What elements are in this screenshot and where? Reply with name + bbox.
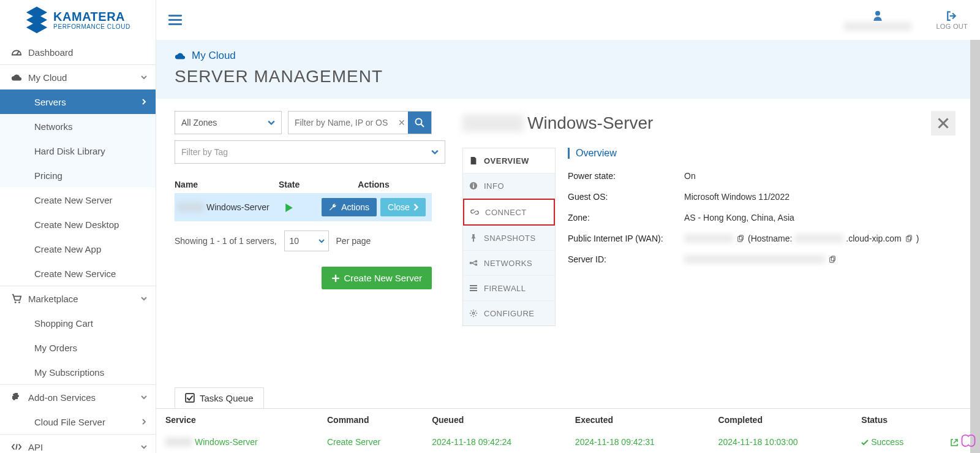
col-name: Name	[175, 180, 279, 189]
cloud-icon	[175, 50, 186, 61]
puzzle-icon	[11, 392, 22, 403]
chevron-down-icon	[141, 295, 147, 302]
service-prefix-masked	[165, 438, 192, 446]
name-filter-input[interactable]	[288, 112, 408, 134]
name-filter: ✕	[288, 111, 432, 134]
detail-tabs: OVERVIEW INFO CONNECT SNAPSHOTS	[462, 148, 556, 326]
tasks-table: Service Command Queued Executed Complete…	[156, 409, 980, 453]
firewall-icon	[469, 284, 478, 292]
ip-masked	[684, 234, 733, 243]
chevron-right-icon	[141, 99, 147, 105]
kv-guest-os-val: Microsoft Windows 11/2022	[684, 192, 790, 202]
tasks-icon	[185, 393, 195, 403]
kv-wan-key: Public Internet IP (WAN):	[568, 234, 684, 243]
nav-cloud-file-server[interactable]: Cloud File Server	[0, 409, 156, 434]
server-actions-button[interactable]: Actions	[322, 198, 377, 216]
server-prefix-masked	[462, 115, 524, 132]
kamatera-logo-icon	[25, 6, 48, 34]
task-status: Success	[852, 431, 940, 453]
clear-filter-icon[interactable]: ✕	[398, 118, 405, 128]
nav-my-cloud[interactable]: My Cloud	[0, 65, 156, 89]
tab-configure[interactable]: CONFIGURE	[463, 301, 555, 325]
per-page-label: Per page	[336, 236, 371, 246]
detail-server-name: Windows-Server	[527, 113, 653, 133]
tasks-area: Tasks Queue Service Command Queued Execu…	[156, 387, 980, 453]
cart-icon	[11, 293, 22, 304]
tab-info[interactable]: INFO	[463, 173, 555, 199]
zone-filter-dropdown[interactable]: All Zones	[175, 111, 282, 134]
breadcrumb[interactable]: My Cloud	[175, 50, 962, 62]
search-button[interactable]	[408, 112, 431, 134]
per-page-dropdown[interactable]: 10	[284, 230, 329, 251]
nav-shopping-cart[interactable]: Shopping Cart	[0, 311, 156, 335]
col-service: Service	[156, 409, 318, 431]
chevron-down-icon	[431, 148, 439, 156]
nav-create-new-service[interactable]: Create New Service	[0, 261, 156, 286]
nav-create-new-app[interactable]: Create New App	[0, 237, 156, 261]
nav-my-subscriptions[interactable]: My Subscriptions	[0, 360, 156, 384]
kv-power-state-val: On	[684, 171, 696, 181]
logo[interactable]: KAMATERA PERFORMANCE CLOUD	[0, 0, 156, 40]
copy-server-id-icon[interactable]	[829, 256, 836, 263]
kv-power-state-key: Power state:	[568, 171, 684, 181]
topbar: LOG OUT	[156, 0, 980, 40]
nav-addon-services[interactable]: Add-on Services	[0, 385, 156, 409]
cloud-icon	[11, 72, 22, 83]
tab-networks[interactable]: NETWORKS	[463, 251, 555, 276]
file-icon	[469, 156, 478, 165]
tab-connect[interactable]: CONNECT	[463, 199, 555, 226]
chevron-down-icon	[141, 394, 147, 400]
server-detail-pane: Windows-Server OVERVIEW INF	[450, 99, 980, 385]
nav-create-new-desktop[interactable]: Create New Desktop	[0, 212, 156, 237]
code-icon	[11, 441, 22, 452]
scrollbar[interactable]	[970, 40, 980, 453]
nav-hard-disk-library[interactable]: Hard Disk Library	[0, 139, 156, 163]
logout-button[interactable]: LOG OUT	[936, 10, 968, 30]
tasks-queue-tab[interactable]: Tasks Queue	[175, 387, 264, 408]
kv-wan-val: (Hostname: .cloud-xip.com )	[684, 234, 919, 243]
account-menu[interactable]	[844, 10, 911, 31]
col-completed: Completed	[709, 409, 853, 431]
wrench-icon	[329, 203, 337, 211]
nav-create-new-server[interactable]: Create New Server	[0, 188, 156, 212]
hostname-masked	[794, 234, 843, 243]
open-task-icon[interactable]	[950, 438, 959, 447]
nav-api[interactable]: API	[0, 435, 156, 453]
info-icon	[469, 181, 478, 190]
chevron-down-icon	[141, 444, 147, 450]
chevron-right-icon	[413, 204, 418, 211]
nav-servers[interactable]: Servers	[0, 89, 156, 114]
close-detail-button[interactable]	[931, 111, 956, 135]
nav-dashboard[interactable]: Dashboard	[0, 40, 156, 64]
create-new-server-button[interactable]: Create New Server	[322, 267, 432, 289]
tag-filter-dropdown[interactable]: Filter by Tag	[175, 140, 445, 164]
copy-hostname-icon[interactable]	[905, 235, 913, 242]
col-status: Status	[852, 409, 940, 431]
nav-pricing[interactable]: Pricing	[0, 163, 156, 188]
check-icon	[861, 439, 869, 446]
server-row[interactable]: Windows-Server Actions Close	[175, 193, 432, 221]
copy-ip-icon[interactable]	[737, 235, 744, 242]
nav-my-orders[interactable]: My Orders	[0, 335, 156, 360]
col-command: Command	[318, 409, 423, 431]
user-icon	[872, 10, 883, 21]
svg-marker-32	[26, 21, 47, 33]
nav-marketplace[interactable]: Marketplace	[0, 286, 156, 311]
col-queued: Queued	[423, 409, 566, 431]
tab-snapshots[interactable]: SNAPSHOTS	[463, 226, 555, 251]
kv-zone-val: AS - Hong Kong, China, Asia	[684, 213, 794, 223]
chevron-down-icon	[268, 119, 275, 126]
pager-showing-text: Showing 1 - 1 of 1 servers,	[175, 236, 277, 246]
kv-zone-key: Zone:	[568, 213, 684, 223]
server-list-pane: All Zones ✕ Filter by Tag	[156, 99, 450, 385]
server-name-text: Windows-Server	[206, 202, 270, 212]
chevron-right-icon	[141, 419, 147, 425]
col-state: State	[279, 180, 315, 189]
tab-firewall[interactable]: FIREWALL	[463, 276, 555, 301]
nav-networks[interactable]: Networks	[0, 114, 156, 139]
pager: Showing 1 - 1 of 1 servers, 10 Per page	[175, 230, 432, 251]
tab-overview[interactable]: OVERVIEW	[463, 148, 555, 173]
close-icon	[938, 118, 949, 129]
sidebar-toggle[interactable]	[168, 13, 182, 26]
server-close-button[interactable]: Close	[380, 198, 426, 216]
